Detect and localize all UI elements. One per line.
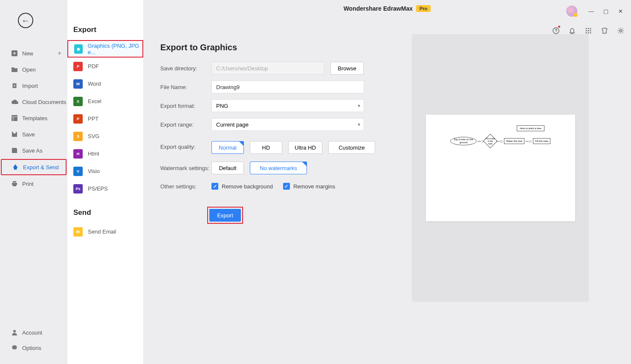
nav-label: Cloud Documents — [22, 99, 66, 105]
export-button[interactable]: Export — [209, 209, 241, 222]
export-ppt[interactable]: P PPT — [67, 110, 143, 127]
exp-label: PDF — [88, 63, 99, 69]
quality-normal[interactable]: Normal — [211, 141, 244, 154]
nav-import[interactable]: Import — [0, 78, 67, 94]
preview-page: How to plant a tree Dig a hole on the gr… — [426, 115, 575, 221]
nav-options[interactable]: Options — [0, 340, 67, 355]
nav-new[interactable]: New + — [0, 45, 67, 61]
quality-customize[interactable]: Customize — [328, 141, 375, 154]
other-label: Other settings: — [160, 183, 211, 190]
cloud-icon — [11, 99, 22, 104]
plus-square-icon — [11, 50, 22, 57]
remove-bg-checkbox[interactable] — [211, 183, 218, 190]
svg-point-6 — [588, 28, 589, 29]
exp-label: Visio — [88, 168, 100, 174]
svg-rect-1 — [12, 115, 17, 121]
svg-point-14 — [620, 30, 622, 32]
export-word[interactable]: W Word — [67, 75, 143, 92]
excel-file-icon: X — [73, 97, 83, 106]
email-icon: ✉ — [73, 227, 83, 237]
page-title: Export to Graphics — [160, 43, 395, 52]
export-pdf[interactable]: P PDF — [67, 58, 143, 75]
exp-label: PPT — [88, 116, 98, 122]
exp-label: SVG — [88, 133, 99, 139]
send-email[interactable]: ✉ Send Email — [67, 223, 143, 240]
import-icon — [11, 82, 22, 89]
export-pseps[interactable]: Ps PS/EPS — [67, 180, 143, 197]
preview-card: How to plant a tree Dig a hole on the gr… — [412, 34, 589, 302]
pdf-file-icon: P — [73, 62, 83, 71]
export-visio[interactable]: V Visio — [67, 162, 143, 180]
svg-point-10 — [590, 30, 591, 32]
svg-point-7 — [590, 28, 591, 29]
watermark-label: Watermark settings: — [160, 165, 211, 171]
nav-cloud[interactable]: Cloud Documents — [0, 94, 67, 110]
save-icon — [11, 131, 22, 138]
svg-file-icon: S — [73, 132, 83, 141]
range-label: Export range: — [160, 121, 211, 128]
export-html[interactable]: H Html — [67, 145, 143, 162]
svg-point-5 — [586, 28, 587, 29]
plus-icon[interactable]: + — [58, 49, 61, 57]
nav-label: Import — [22, 83, 38, 89]
quality-ultra-hd[interactable]: Ultra HD — [288, 141, 322, 154]
exp-label: Word — [88, 81, 101, 87]
nav-open[interactable]: Open — [0, 61, 67, 78]
svg-point-13 — [590, 32, 591, 34]
minimize-button[interactable]: — — [585, 5, 598, 17]
nav-save-as[interactable]: Save As — [0, 142, 67, 159]
watermark-none[interactable]: No watermarks — [250, 162, 307, 174]
remove-margins-checkbox[interactable] — [283, 183, 290, 190]
export-svg[interactable]: S SVG — [67, 127, 143, 145]
quality-label: Export quality: — [160, 141, 211, 150]
browse-button[interactable]: Browse — [330, 62, 364, 75]
word-file-icon: W — [73, 79, 83, 89]
format-select[interactable]: PNG — [211, 99, 364, 112]
save-dir-input[interactable] — [211, 62, 324, 75]
nav-print[interactable]: Print — [0, 176, 67, 192]
nav-label: Account — [22, 329, 42, 336]
svg-point-11 — [586, 32, 587, 34]
account-icon — [11, 329, 22, 336]
nav-account[interactable]: Account — [0, 325, 67, 340]
save-dir-label: Save directory: — [160, 65, 211, 72]
ppt-file-icon: P — [73, 114, 83, 124]
save-as-icon — [11, 147, 22, 154]
user-avatar[interactable] — [566, 6, 577, 17]
shirt-icon[interactable] — [599, 25, 611, 37]
nav-templates[interactable]: Templates — [0, 110, 67, 126]
range-select[interactable]: Current page — [211, 118, 364, 131]
watermark-default[interactable]: Default — [211, 162, 244, 174]
export-graphics[interactable]: ◉ Graphics (PNG, JPG e... — [67, 40, 143, 58]
format-label: Export format: — [160, 103, 211, 109]
left-nav: ← New + Open Import Cloud Documents Temp… — [0, 0, 67, 364]
export-excel[interactable]: X Excel — [67, 92, 143, 110]
nav-save[interactable]: Save — [0, 126, 67, 142]
quality-hd[interactable]: HD — [250, 141, 282, 154]
svg-point-8 — [586, 30, 587, 32]
nav-label: Save As — [22, 147, 43, 154]
nav-label: Options — [22, 345, 41, 351]
main-area: Wondershare EdrawMax Pro — ▢ ✕ Export to… — [143, 0, 631, 364]
print-icon — [11, 180, 22, 187]
app-title: Wondershare EdrawMax — [344, 5, 413, 12]
folder-icon — [11, 66, 22, 72]
maximize-button[interactable]: ▢ — [599, 5, 612, 17]
remove-margins-label: Remove margins — [293, 183, 335, 190]
flowchart-node-1: Dig a hole on the ground — [450, 137, 477, 145]
templates-icon — [11, 115, 22, 121]
close-button[interactable]: ✕ — [614, 5, 627, 17]
visio-file-icon: V — [73, 167, 83, 176]
filename-input[interactable] — [211, 81, 364, 93]
settings-icon[interactable] — [615, 25, 627, 37]
export-heading: Export — [67, 26, 143, 34]
exp-label: Excel — [88, 98, 101, 104]
nav-export-send[interactable]: Export & Send — [1, 159, 67, 175]
back-button[interactable]: ← — [18, 13, 33, 28]
flowchart-title: How to plant a tree — [517, 125, 544, 131]
svg-point-9 — [588, 30, 589, 32]
export-button-highlight: Export — [207, 207, 243, 224]
send-heading: Send — [67, 208, 143, 217]
exp-label: Send Email — [88, 228, 116, 235]
flowchart-node-2: Put a tree in the hole — [483, 134, 498, 148]
